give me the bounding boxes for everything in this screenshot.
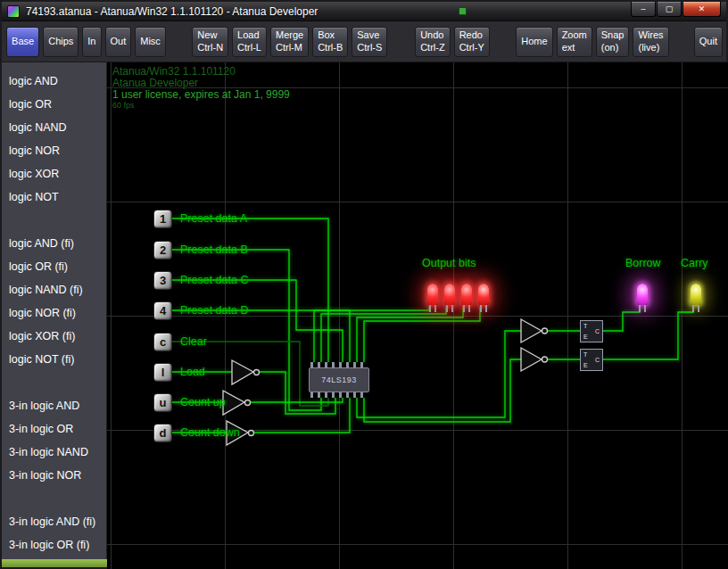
sidebar-item-logic-or-fi[interactable]: logic OR (fi) (2, 255, 106, 278)
sidebar-item-logic-xor[interactable]: logic XOR (2, 162, 106, 186)
led-carry[interactable] (690, 284, 702, 312)
sidebar-item-logic-xor-fi[interactable]: logic XOR (fi) (2, 325, 106, 348)
input-button-count-up[interactable]: u (153, 393, 172, 412)
zoom-ext-button[interactable]: Zoomext (557, 27, 592, 57)
label-carry: Carry (681, 257, 708, 269)
tab-in[interactable]: In (82, 27, 101, 57)
sidebar-item-3in-and[interactable]: 3-in logic AND (2, 394, 106, 417)
window-title: 74193.atanua - Atanua/Win32 1.1.101120 -… (26, 5, 318, 18)
save-button[interactable]: SaveCtrl-S (352, 27, 387, 57)
app-icon (7, 5, 20, 18)
chip-pins-bottom (310, 392, 368, 398)
bottom-strip (2, 559, 107, 567)
sidebar-item-logic-nor-fi[interactable]: logic NOR (fi) (2, 301, 106, 325)
label-count-up: Count up (180, 396, 226, 408)
box-button[interactable]: BoxCtrl-B (312, 27, 348, 57)
sidebar-item-3in-nor[interactable]: 3-in logic NOR (2, 464, 106, 487)
maximize-button[interactable]: ▢ (657, 2, 682, 17)
sidebar-item-logic-nand[interactable]: logic NAND (2, 116, 106, 139)
not-gate-count-up[interactable] (223, 391, 251, 415)
app-window: 74193.atanua - Atanua/Win32 1.1.101120 -… (0, 0, 728, 569)
sidebar-item-logic-not-fi[interactable]: logic NOT (fi) (2, 348, 106, 371)
home-button[interactable]: Home (516, 27, 552, 57)
tab-base[interactable]: Base (6, 27, 39, 57)
input-button-preset-c[interactable]: 3 (153, 271, 172, 290)
not-gate-load[interactable] (232, 360, 260, 384)
sidebar-item-logic-nor[interactable]: logic NOR (2, 139, 106, 162)
tce-box-carry[interactable]: T C E (580, 349, 603, 371)
minimize-button[interactable]: – (631, 2, 656, 17)
tab-out[interactable]: Out (105, 27, 132, 57)
input-button-preset-a[interactable]: 1 (153, 210, 172, 228)
input-button-preset-d[interactable]: 4 (153, 301, 172, 320)
not-gate-carry[interactable] (521, 348, 548, 371)
titlebar[interactable]: 74193.atanua - Atanua/Win32 1.1.101120 -… (2, 2, 726, 21)
led-output-bit-3[interactable] (426, 284, 439, 312)
label-preset-b: Preset data B (180, 243, 248, 256)
not-gate-borrow[interactable] (521, 319, 548, 342)
label-preset-a: Preset data A (180, 212, 247, 225)
label-count-down: Count down (180, 426, 240, 439)
component-list: logic AND logic OR logic NAND logic NOR … (2, 62, 107, 567)
snap-button[interactable]: Snap(on) (596, 27, 630, 57)
tce-box-borrow[interactable]: T C E (580, 320, 603, 342)
undo-button[interactable]: UndoCtrl-Z (415, 27, 451, 57)
sidebar-item-logic-or[interactable]: logic OR (2, 93, 106, 116)
sidebar-item-3in-nand[interactable]: 3-in logic NAND (2, 441, 106, 464)
label-preset-d: Preset data D (180, 304, 248, 317)
label-preset-c: Preset data C (180, 274, 248, 286)
sidebar-item-logic-nand-fi[interactable]: logic NAND (fi) (2, 278, 106, 301)
stray-green-icon (459, 7, 467, 15)
led-output-bit-0[interactable] (477, 284, 490, 312)
label-load: Load (180, 366, 205, 378)
wires-button[interactable]: Wires(live) (633, 27, 668, 57)
led-borrow[interactable] (636, 284, 649, 312)
tab-chips[interactable]: Chips (43, 27, 79, 57)
label-borrow: Borrow (625, 257, 661, 269)
load-button[interactable]: LoadCtrl-L (232, 27, 267, 57)
sidebar-item-logic-and[interactable]: logic AND (2, 70, 106, 93)
chip-74ls193[interactable]: 74LS193 (309, 367, 369, 392)
input-button-clear[interactable]: c (153, 333, 172, 351)
sidebar-item-3in-or[interactable]: 3-in logic OR (2, 417, 106, 441)
sidebar-item-logic-and-fi[interactable]: logic AND (fi) (2, 232, 106, 255)
merge-button[interactable]: MergeCtrl-M (270, 27, 309, 57)
led-output-bit-2[interactable] (443, 284, 456, 312)
sidebar-item-3in-and-fi[interactable]: 3-in logic AND (fi) (2, 510, 106, 533)
redo-button[interactable]: RedoCtrl-Y (454, 27, 490, 57)
schematic-canvas[interactable]: Atanua/Win32 1.1.101120 Atanua Developer… (107, 62, 728, 569)
toolbar: Base Chips In Out Misc NewCtrl-N LoadCtr… (2, 21, 726, 62)
input-button-load[interactable]: l (153, 363, 172, 382)
quit-button[interactable]: Quit (694, 27, 723, 57)
label-output-bits: Output bits (422, 257, 476, 269)
sidebar-item-logic-not[interactable]: logic NOT (2, 186, 106, 209)
input-button-preset-b[interactable]: 2 (153, 241, 172, 260)
sidebar-item-3in-or-fi[interactable]: 3-in logic OR (fi) (2, 533, 106, 557)
input-button-count-down[interactable]: d (153, 424, 172, 442)
new-button[interactable]: NewCtrl-N (192, 27, 228, 57)
tab-misc[interactable]: Misc (135, 27, 166, 57)
close-button[interactable]: ✕ (682, 2, 721, 17)
led-output-bit-1[interactable] (460, 284, 473, 312)
label-clear: Clear (180, 335, 207, 348)
